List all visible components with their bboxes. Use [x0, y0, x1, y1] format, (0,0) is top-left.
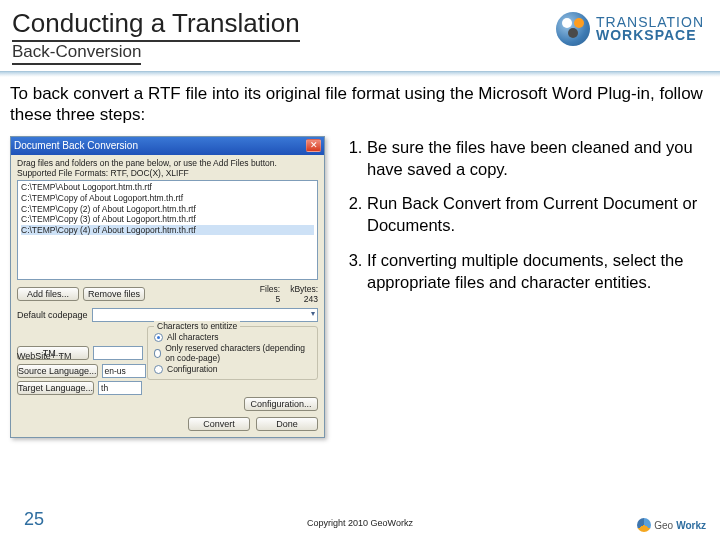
lead-paragraph: To back convert a RTF file into its orig…	[10, 83, 706, 126]
list-item[interactable]: C:\TEMP\About Logoport.htm.th.rtf	[21, 182, 314, 193]
target-language-field[interactable]: th	[98, 381, 142, 395]
files-count: 5	[275, 294, 280, 304]
geoworkz-text-2: Workz	[676, 520, 706, 531]
brand-logo-icon	[556, 12, 590, 46]
brand-logo-block: TRANSLATION WORKSPACE	[556, 12, 704, 46]
close-icon[interactable]: ✕	[306, 139, 321, 152]
dialog-instruction-2: Supported File Formats: RTF, DOC(X), XLI…	[17, 169, 318, 178]
radio-all-chars[interactable]	[154, 333, 163, 342]
target-language-button[interactable]: Target Language...	[17, 381, 94, 395]
add-files-button[interactable]: Add files...	[17, 287, 79, 301]
list-item[interactable]: C:\TEMP\Copy (3) of About Logoport.htm.t…	[21, 214, 314, 225]
files-label: Files:	[260, 284, 280, 294]
dialog-instruction-1: Drag files and folders on the pane below…	[17, 159, 318, 168]
default-codepage-combo[interactable]	[92, 308, 318, 322]
files-listbox[interactable]: C:\TEMP\About Logoport.htm.th.rtf C:\TEM…	[17, 180, 318, 280]
list-item[interactable]: C:\TEMP\Copy (2) of About Logoport.htm.t…	[21, 204, 314, 215]
radio-all-label: All characters	[167, 332, 219, 342]
dialog-title: Document Back Conversion	[14, 140, 138, 151]
radio-configuration[interactable]	[154, 365, 163, 374]
kbytes-value: 243	[304, 294, 318, 304]
done-button[interactable]: Done	[256, 417, 318, 431]
step-item: Be sure the files have been cleaned and …	[367, 136, 706, 181]
list-item[interactable]: C:\TEMP\Copy (4) of About Logoport.htm.t…	[21, 225, 314, 236]
slide-title: Conducting a Translation	[12, 8, 300, 42]
remove-files-button[interactable]: Remove files	[83, 287, 145, 301]
geoworkz-text-1: Geo	[654, 520, 673, 531]
radio-only-reserved[interactable]	[154, 349, 161, 358]
brand-line2: WORKSPACE	[596, 29, 704, 42]
list-item[interactable]: C:\TEMP\Copy of About Logoport.htm.th.rt…	[21, 193, 314, 204]
radio-config-label: Configuration	[167, 364, 218, 374]
geoworkz-icon	[637, 518, 651, 532]
tm-field[interactable]	[93, 346, 143, 360]
steps-list: Be sure the files have been cleaned and …	[337, 136, 706, 439]
step-item: If converting multiple documents, select…	[367, 249, 706, 294]
radio-only-label: Only reserved characters (depending on c…	[165, 343, 311, 363]
footer-logo: GeoWorkz	[637, 518, 706, 532]
source-language-button[interactable]: Source Language...	[17, 364, 98, 378]
slide-subtitle: Back-Conversion	[12, 42, 141, 65]
website-tm-label: WebSite+ TM	[17, 351, 89, 361]
copyright-text: Copyright 2010 GeoWorkz	[0, 518, 720, 528]
kbytes-label: kBytes:	[290, 284, 318, 294]
configuration-button[interactable]: Configuration...	[244, 397, 318, 411]
back-conversion-dialog: Document Back Conversion ✕ Drag files an…	[10, 136, 325, 439]
step-item: Run Back Convert from Current Document o…	[367, 192, 706, 237]
source-language-field[interactable]: en-us	[102, 364, 146, 378]
chars-group-title: Characters to entitize	[154, 321, 240, 331]
convert-button[interactable]: Convert	[188, 417, 250, 431]
default-codepage-label: Default codepage	[17, 310, 88, 320]
